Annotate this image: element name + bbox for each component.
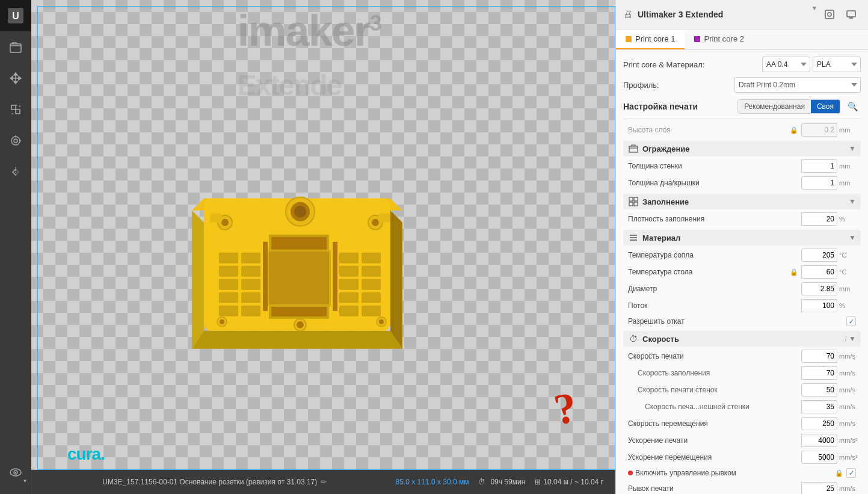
svg-rect-3 [11,105,16,110]
svg-point-57 [828,13,831,16]
toolbar-btn-rotate[interactable] [0,125,31,156]
printer-icon: 🖨 [623,9,633,20]
print-core-material-row: Print core & Материал: AA 0.4 PLA [623,56,861,73]
fill-density-row: Плотность заполнения % [623,211,861,227]
svg-rect-28 [339,292,359,303]
height-unit: mm [839,126,856,134]
travel-speed-input[interactable] [801,417,837,430]
toolbar-btn-mirror[interactable] [0,156,31,188]
svg-marker-12 [390,210,402,348]
jerk-print-input[interactable] [801,482,837,494]
profile-controls: Draft Print 0.2mm [734,77,861,93]
tab-print-core-2[interactable]: Print core 2 [685,29,753,49]
settings-search-button[interactable]: 🔍 [844,98,861,115]
travel-accel-input[interactable] [801,451,837,464]
floor-thickness-input[interactable] [801,176,837,190]
height-input[interactable] [801,123,837,137]
print-accel-input[interactable] [801,434,837,447]
toolbar-btn-view[interactable]: ▼ [0,457,31,488]
section-enclosure[interactable]: Ограждение ▼ [623,141,861,156]
enclosure-chevron: ▼ [849,144,856,153]
bed-temp-lock-icon[interactable]: 🔒 [790,268,798,276]
svg-rect-63 [634,202,638,206]
print-speed-value: mm/s [801,350,856,363]
jerk-enable-lock-icon[interactable]: 🔒 [835,469,843,477]
divider-1 [623,119,861,119]
wall-thickness-label: Толщина стенки [628,162,801,170]
print-speed-unit: mm/s [839,353,856,360]
retract-checkbox[interactable]: ✓ [846,316,856,326]
fill-density-input[interactable] [801,212,837,226]
cura-logo: cura. [67,445,105,464]
svg-point-47 [297,321,304,328]
model-filename: UM3E_157.1156-00-01 Основание розетки (р… [43,478,386,486]
model-dims: 85.0 x 111.0 x 30.0 мм [396,478,469,486]
fill-density-label: Плотность заполнения [628,215,801,223]
diameter-input[interactable] [801,282,837,295]
toolbar-btn-move[interactable] [0,63,31,94]
diameter-value: mm [801,282,856,295]
section-fill[interactable]: Заполнение ▼ [623,194,861,209]
enclosure-title: Ограждение [642,144,849,153]
toolbar-btn-scale[interactable] [0,94,31,125]
retract-label: Разрешить откат [628,317,846,326]
printer-dropdown-arrow[interactable]: ▼ [811,5,817,24]
print-speed-label: Скорость печати [628,352,801,360]
wall-speed-input[interactable] [801,383,837,397]
wall-thickness-unit: mm [839,162,856,170]
tab-custom[interactable]: Своя [811,100,840,113]
height-lock-icon[interactable]: 🔒 [790,126,798,134]
section-speed[interactable]: ⏱ Скорость i ▼ [623,331,861,347]
travel-speed-label: Скорость перемещения [628,419,801,428]
printer-monitor-icon[interactable] [842,5,861,24]
fill-speed-input[interactable] [801,366,837,380]
fill-speed-row: Скорость заполнения mm/s [623,365,861,381]
jerk-enable-row: Включить управление рывком 🔒 ✓ [623,466,861,480]
flow-input[interactable] [801,299,837,312]
svg-point-45 [294,205,306,217]
floor-thickness-value: mm [801,176,856,190]
jerk-enable-checkbox[interactable]: ✓ [846,468,856,478]
svg-rect-53 [333,241,337,310]
brand-text: imaker3 Extende [238,6,381,105]
outer-wall-speed-input[interactable] [801,400,837,413]
printer-name: Ultimaker 3 Extended [638,10,807,19]
print-accel-unit: mm/s² [839,437,856,444]
wall-speed-unit: mm/s [839,386,856,394]
print-time: ⏱ 09ч 59мин [478,478,525,486]
nozzle-temp-input[interactable] [801,249,837,262]
jerk-red-dot [628,471,633,475]
toolbar-btn-open[interactable] [0,31,31,63]
viewport: imaker3 Extende [31,0,615,494]
svg-point-6 [14,139,17,143]
print-speed-input[interactable] [801,350,837,363]
wall-thickness-row: Толщина стенки mm [623,158,861,174]
outer-wall-speed-label: Скорость печа...нешней стенки [628,403,801,411]
tab-recommended[interactable]: Рекомендованная [738,100,811,113]
wall-thickness-input[interactable] [801,159,837,173]
fill-icon [628,196,639,207]
svg-point-9 [14,472,16,473]
tab-print-core-1[interactable]: Print core 1 [616,29,685,49]
travel-accel-unit: mm/s² [839,454,856,461]
bed-temp-input[interactable] [801,265,837,279]
wall-thickness-value: mm [801,159,856,173]
speed-icon: ⏱ [628,333,639,344]
travel-accel-value: mm/s² [801,451,856,464]
core2-color [694,36,700,42]
edit-filename-icon[interactable]: ✏ [321,478,327,486]
profile-select[interactable]: Draft Print 0.2mm [734,77,861,93]
svg-point-5 [11,137,20,145]
speed-info-icon[interactable]: i [845,335,846,342]
section-material[interactable]: Материал ▼ [623,230,861,245]
fill-speed-label: Скорость заполнения [628,369,801,377]
profile-row: Профиль: Draft Print 0.2mm [623,76,861,93]
svg-rect-25 [339,252,359,263]
speed-title: Скорость [642,335,845,344]
svg-rect-60 [629,197,633,201]
print-core-select[interactable]: AA 0.4 [762,57,810,72]
right-panel: 🖨 Ultimaker 3 Extended ▼ Print core 1 [615,0,868,494]
material-select[interactable]: PLA [813,57,861,72]
bed-temp-value: 🔒 °C [790,265,856,279]
printer-settings-icon[interactable] [820,5,839,24]
